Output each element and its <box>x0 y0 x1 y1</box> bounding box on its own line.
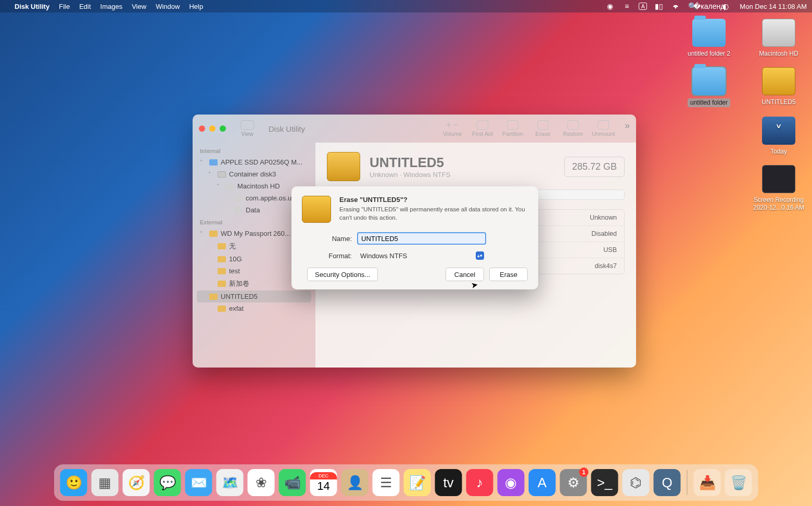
desktop-hd[interactable]: Macintosh HD <box>753 19 805 58</box>
toolbar-view[interactable]: View <box>240 120 254 137</box>
toolbar-label: Erase <box>536 131 551 137</box>
battery-icon[interactable]: ▮▯ <box>654 2 664 11</box>
dock-app-finder[interactable]: 🙂 <box>60 469 87 496</box>
dock-app-podcasts[interactable]: ◉ <box>498 469 525 496</box>
toolbar-unmount[interactable]: Unmount <box>591 120 615 137</box>
toolbar-restore[interactable]: Restore <box>561 120 585 137</box>
menubar-clock[interactable]: Mon Dec 14 11:08 AM <box>740 3 807 10</box>
sidebar-item-volume-selected[interactable]: UNTITLED5 <box>197 290 311 302</box>
sidebar-header-internal: Internal <box>193 145 315 156</box>
status-icon[interactable]: ≡ <box>622 2 631 11</box>
toolbar-firstaid[interactable]: First Aid <box>471 120 494 137</box>
dock-app-reminders[interactable]: ☰ <box>373 469 400 496</box>
ext-vol-icon <box>218 268 226 274</box>
desktop-today[interactable]: ˅Today <box>753 117 805 156</box>
app-name[interactable]: Disk Utility <box>15 3 49 10</box>
security-options-button[interactable]: Security Options... <box>307 268 378 281</box>
dock-app-appstore[interactable]: A <box>529 469 556 496</box>
name-input[interactable] <box>357 232 486 245</box>
ext-vol-icon <box>218 243 226 249</box>
zoom-button[interactable] <box>220 125 226 132</box>
toolbar-erase[interactable]: Erase <box>531 120 555 137</box>
dock-app-facetime[interactable]: 📹 <box>279 469 306 496</box>
dock-app-terminal[interactable]: >_ <box>591 469 618 496</box>
dock-app-photos[interactable]: ❀ <box>248 469 275 496</box>
dock-app-diskutility[interactable]: ⌬ <box>623 469 650 496</box>
select-arrows-icon: ▴▾ <box>476 251 484 260</box>
volume-name: UNTITLED5 <box>370 155 450 171</box>
format-select[interactable]: Windows NTFS ▴▾ <box>357 250 486 261</box>
unmount-icon <box>598 120 609 130</box>
desktop-screenrec[interactable]: Screen Recording 2020-12...0.16 AM <box>753 165 805 212</box>
desktop-ext-hd[interactable]: UNTITLED5 <box>753 67 805 107</box>
sidebar-item-label: com.apple.os.u <box>246 194 291 202</box>
ext-vol-icon <box>218 281 226 287</box>
sidebar-item-volume[interactable]: exfat <box>193 302 315 314</box>
dock-app-messages[interactable]: 💬 <box>154 469 181 496</box>
detail-val: Unknown <box>590 214 617 221</box>
restore-icon <box>567 120 579 130</box>
erase-icon <box>537 120 549 130</box>
menu-images[interactable]: Images <box>100 3 123 10</box>
dock-separator <box>687 470 688 495</box>
desktop-folder[interactable]: untitled folder 2 <box>683 19 735 58</box>
close-button[interactable] <box>199 125 205 132</box>
dock-app-quicktime[interactable]: Q <box>654 469 681 496</box>
dock-app-maps[interactable]: 🗺️ <box>217 469 244 496</box>
ext-vol-icon <box>218 256 226 262</box>
wifi-icon[interactable] <box>671 2 680 11</box>
toolbar-partition[interactable]: Partition <box>501 120 525 137</box>
dock-trash[interactable]: 🗑️ <box>725 469 752 496</box>
volume-subtitle: Unknown · Windows NTFS <box>370 171 450 179</box>
dock-downloads[interactable]: 📥 <box>694 469 721 496</box>
dock-app-contacts[interactable]: 👤 <box>341 469 369 496</box>
window-title: Disk Utility <box>269 124 305 133</box>
erase-sheet: Erase "UNTITLED5"? Erasing "UNTITLED5" w… <box>291 186 538 289</box>
control-center-icon[interactable]: �календ <box>704 2 714 11</box>
status-icon[interactable]: A <box>639 3 647 10</box>
toolbar-overflow[interactable]: » <box>625 120 630 131</box>
modal-title: Erase "UNTITLED5"? <box>339 196 528 204</box>
dock-app-mail[interactable]: ✉️ <box>185 469 212 496</box>
cancel-button[interactable]: Cancel <box>446 268 484 281</box>
minimize-button[interactable] <box>209 125 215 132</box>
toolbar-volume[interactable]: + −Volume <box>440 120 464 137</box>
ext-vol-icon <box>218 306 226 312</box>
sidebar-item-label: APPLE SSD AP0256Q M... <box>221 158 302 166</box>
erase-button[interactable]: Erase <box>489 268 528 281</box>
sidebar-item-label: UNTITLED5 <box>221 293 258 300</box>
desktop-folder-selected[interactable]: untitled folder <box>683 67 735 107</box>
sidebar-item-label: WD My Passport 260... <box>221 230 290 237</box>
toolbar-label: View <box>241 131 253 137</box>
siri-icon[interactable]: ◐ <box>721 2 730 11</box>
menu-help[interactable]: Help <box>189 3 203 10</box>
sidebar-item-container[interactable]: ˅Container disk3 <box>193 168 315 180</box>
dock-app-notes[interactable]: 📝 <box>404 469 431 496</box>
detail-val: Disabled <box>591 230 617 237</box>
menu-window[interactable]: Window <box>156 3 180 10</box>
dock-app-safari[interactable]: 🧭 <box>123 469 150 496</box>
window-titlebar[interactable]: View Disk Utility + −Volume First Aid Pa… <box>193 115 636 143</box>
sidebar-item-label: Macintosh HD <box>237 182 280 190</box>
sidebar-item-label: 10G <box>229 255 242 263</box>
toolbar-label: Partition <box>502 131 523 137</box>
dock: 🙂▦🧭💬✉️🗺️❀📹DEC14👤☰📝tv♪◉A⚙>_⌬Q📥🗑️ <box>54 464 758 501</box>
firstaid-icon <box>477 120 488 130</box>
dock-app-settings[interactable]: ⚙ <box>560 469 587 496</box>
name-label: Name: <box>302 235 352 243</box>
dock-app-launchpad[interactable]: ▦ <box>92 469 119 496</box>
dock-app-tv[interactable]: tv <box>435 469 462 496</box>
format-label: Format: <box>302 252 352 260</box>
sidebar-item-disk[interactable]: ˅APPLE SSD AP0256Q M... <box>193 156 315 168</box>
icon-label: untitled folder <box>688 98 730 107</box>
sidebar-item-label: Data <box>246 206 260 214</box>
status-icon[interactable]: ◉ <box>605 2 615 11</box>
dock-app-calendar[interactable]: DEC14 <box>310 469 337 496</box>
menu-view[interactable]: View <box>132 3 146 10</box>
menu-edit[interactable]: Edit <box>79 3 91 10</box>
traffic-lights <box>199 125 226 132</box>
menu-file[interactable]: File <box>59 3 70 10</box>
sidebar-item-label: Container disk3 <box>229 170 276 178</box>
detail-val: disk4s7 <box>595 262 617 270</box>
dock-app-music[interactable]: ♪ <box>466 469 493 496</box>
